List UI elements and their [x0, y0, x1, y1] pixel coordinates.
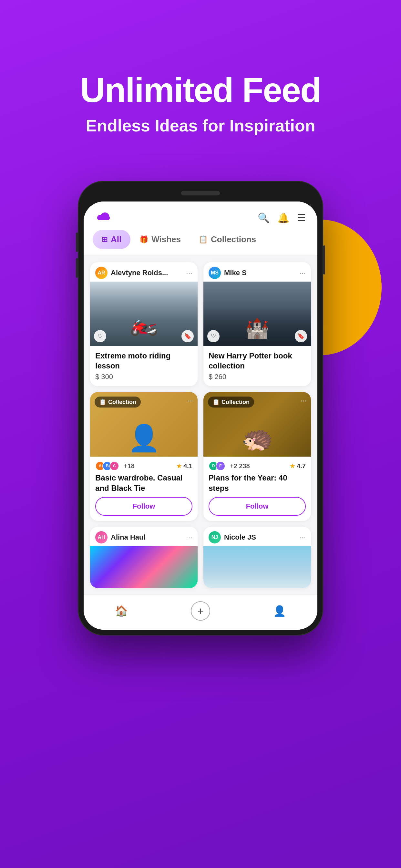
- meta-rating: ★ 4.1: [176, 462, 192, 470]
- app-logo: [95, 211, 113, 225]
- all-grid-icon: ⊞: [102, 236, 107, 244]
- more-options-button[interactable]: ···: [299, 268, 306, 277]
- avatar: AR: [95, 267, 107, 279]
- power-button: [323, 245, 325, 275]
- card-overlay-buttons: ♡ 🔖: [94, 330, 194, 342]
- profile-nav-button[interactable]: 👤: [273, 605, 286, 617]
- bottom-navigation: 🏠 ＋ 👤: [84, 594, 317, 630]
- meta-rating: ★ 4.7: [289, 462, 306, 470]
- vol-down-button: [76, 258, 78, 278]
- search-icon[interactable]: 🔍: [258, 212, 270, 223]
- tab-collections-label: Collections: [211, 235, 256, 244]
- username: Alevtyne Rolds...: [111, 269, 168, 277]
- star-icon: ★: [289, 462, 296, 470]
- collection-badge: 📋 Collection: [95, 397, 141, 407]
- card-body: New Harry Potter book collection $ 260: [204, 346, 311, 386]
- collection-badge: 📋 Collection: [208, 397, 254, 407]
- bookmark-button[interactable]: 🔖: [295, 330, 307, 342]
- tab-all-label: All: [111, 235, 121, 244]
- like-button[interactable]: ♡: [207, 330, 220, 342]
- feed-card-moto: AR Alevtyne Rolds... ··· ♡ 🔖: [90, 262, 197, 386]
- menu-icon[interactable]: ☰: [297, 212, 306, 223]
- collection-card-plans: 📋 Collection ··· D E +2 238: [204, 392, 311, 521]
- rating-value: 4.1: [183, 462, 192, 470]
- collection-title: Basic wardrobe. Casual and Black Tie: [90, 473, 197, 497]
- rating-value: 4.7: [297, 462, 306, 470]
- hero-subtitle: Endless Ideas for Inspiration: [80, 116, 321, 135]
- meta-avatar: E: [216, 461, 225, 471]
- tab-wishes[interactable]: 🎁 Wishes: [130, 230, 190, 249]
- collection-more-button[interactable]: ···: [187, 397, 193, 405]
- follow-button[interactable]: Follow: [209, 497, 306, 516]
- username: Mike S: [224, 269, 247, 277]
- card-overlay-buttons: ♡ 🔖: [207, 330, 307, 342]
- card-title: New Harry Potter book collection: [209, 351, 306, 371]
- card-title: Extreme moto riding lesson: [95, 351, 192, 371]
- card-image-colorful: [90, 546, 197, 588]
- phone-mockup: 🔍 🔔 ☰ ⊞ All 🎁 Wishes 📋 Collections: [78, 181, 323, 636]
- collection-icon: 📋: [99, 399, 106, 406]
- feed-content: AR Alevtyne Rolds... ··· ♡ 🔖: [84, 256, 317, 594]
- phone-frame: 🔍 🔔 ☰ ⊞ All 🎁 Wishes 📋 Collections: [78, 181, 323, 636]
- card-header: AR Alevtyne Rolds... ···: [90, 262, 197, 282]
- username: Alina Haul: [111, 533, 146, 541]
- collection-badge-label: Collection: [108, 399, 136, 406]
- collection-card-wardrobe: 📋 Collection ··· A B C +18: [90, 392, 197, 521]
- star-icon: ★: [176, 462, 182, 470]
- card-body: Extreme moto riding lesson $ 300: [90, 346, 197, 386]
- more-options-button[interactable]: ···: [186, 268, 192, 277]
- bookmark-button[interactable]: 🔖: [181, 330, 194, 342]
- collection-icon: 📋: [212, 399, 220, 406]
- phone-screen: 🔍 🔔 ☰ ⊞ All 🎁 Wishes 📋 Collections: [84, 202, 317, 630]
- collection-title: Plans for the Year: 40 steps: [204, 473, 311, 497]
- username: Nicole JS: [224, 533, 256, 541]
- avatar-initials: MS: [211, 270, 219, 276]
- card-price: $ 300: [95, 373, 192, 381]
- collection-meta: D E +2 238 ★ 4.7: [204, 457, 311, 473]
- collection-image-wardrobe: 📋 Collection ···: [90, 392, 197, 457]
- vol-up-button: [76, 232, 78, 252]
- home-icon: 🏠: [115, 605, 128, 617]
- hero-title: Unlimited Feed: [80, 71, 321, 110]
- collection-badge-label: Collection: [221, 399, 250, 406]
- tab-all[interactable]: ⊞ All: [93, 230, 130, 249]
- meta-plus-count: +18: [124, 462, 135, 470]
- avatar: MS: [209, 267, 221, 279]
- bell-icon[interactable]: 🔔: [277, 212, 289, 223]
- follow-button[interactable]: Follow: [95, 497, 192, 516]
- card-image-arch: [204, 546, 311, 588]
- more-options-button[interactable]: ···: [186, 533, 192, 542]
- collection-image-hedgehog: 📋 Collection ···: [204, 392, 311, 457]
- profile-icon: 👤: [273, 605, 286, 617]
- collection-more-button[interactable]: ···: [301, 397, 306, 405]
- phone-speaker: [181, 191, 220, 195]
- avatar-initials: NJ: [212, 534, 218, 540]
- meta-avatars: D E: [209, 461, 223, 471]
- card-header: AH Alina Haul ···: [90, 527, 197, 546]
- avatar: AH: [95, 531, 107, 544]
- avatar-initials: AR: [97, 270, 105, 276]
- plus-icon: ＋: [195, 604, 206, 618]
- hero-section: Unlimited Feed Endless Ideas for Inspira…: [80, 71, 321, 135]
- avatar: NJ: [209, 531, 221, 544]
- card-header: NJ Nicole JS ···: [204, 527, 311, 546]
- card-user: MS Mike S: [209, 267, 247, 279]
- card-image-hp: ♡ 🔖: [204, 282, 311, 346]
- header-icons: 🔍 🔔 ☰: [258, 212, 306, 223]
- tab-wishes-label: Wishes: [151, 235, 181, 244]
- home-nav-button[interactable]: 🏠: [115, 605, 128, 617]
- meta-avatars: A B C: [95, 461, 117, 471]
- card-header: MS Mike S ···: [204, 262, 311, 282]
- card-user: NJ Nicole JS: [209, 531, 256, 544]
- more-options-button[interactable]: ···: [299, 533, 306, 542]
- add-nav-button[interactable]: ＋: [191, 601, 210, 621]
- app-header: 🔍 🔔 ☰: [84, 202, 317, 230]
- meta-avatar: C: [110, 461, 119, 471]
- feed-grid: AR Alevtyne Rolds... ··· ♡ 🔖: [90, 262, 311, 588]
- feed-card-hp: MS Mike S ··· ♡ 🔖: [204, 262, 311, 386]
- tab-collections[interactable]: 📋 Collections: [190, 230, 265, 249]
- bottom-card-nicole: NJ Nicole JS ···: [204, 527, 311, 588]
- card-user: AH Alina Haul: [95, 531, 146, 544]
- like-button[interactable]: ♡: [94, 330, 106, 342]
- collection-meta: A B C +18 ★ 4.1: [90, 457, 197, 473]
